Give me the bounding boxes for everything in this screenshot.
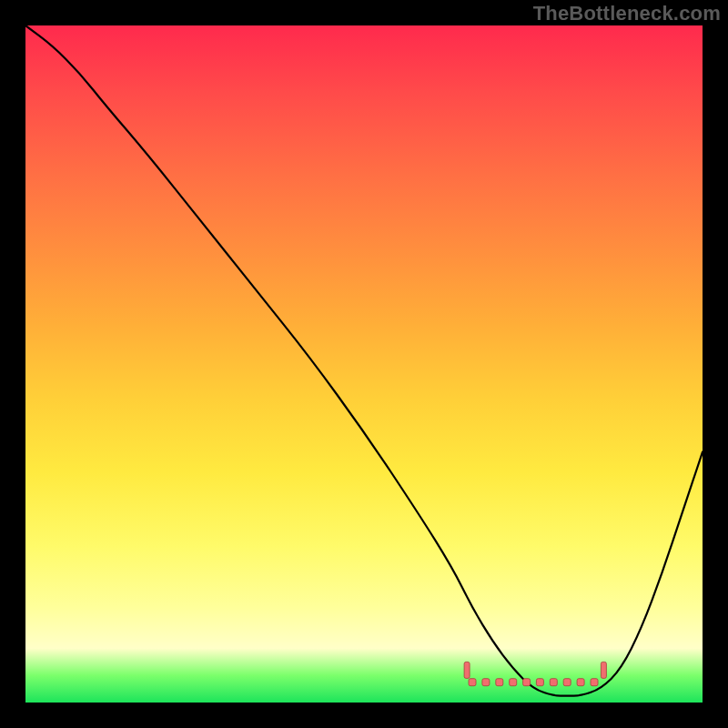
marker-dot: [523, 679, 531, 686]
marker-end-bar: [601, 662, 606, 678]
marker-dot: [469, 679, 476, 686]
marker-dot: [496, 679, 503, 686]
curve-svg: [25, 25, 703, 703]
marker-dot: [510, 679, 517, 686]
plot-area: [25, 25, 703, 703]
marker-dot: [550, 679, 557, 686]
marker-dot: [563, 679, 571, 686]
marker-dot: [591, 679, 598, 686]
watermark-text: TheBottleneck.com: [533, 2, 721, 25]
marker-start-bar: [464, 662, 470, 678]
marker-dot: [536, 679, 543, 686]
marker-dot: [482, 679, 490, 686]
bottleneck-curve: [25, 25, 703, 696]
chart-frame: TheBottleneck.com: [0, 0, 728, 728]
curve-bottom-markers: [464, 662, 606, 685]
marker-dot: [577, 679, 584, 686]
